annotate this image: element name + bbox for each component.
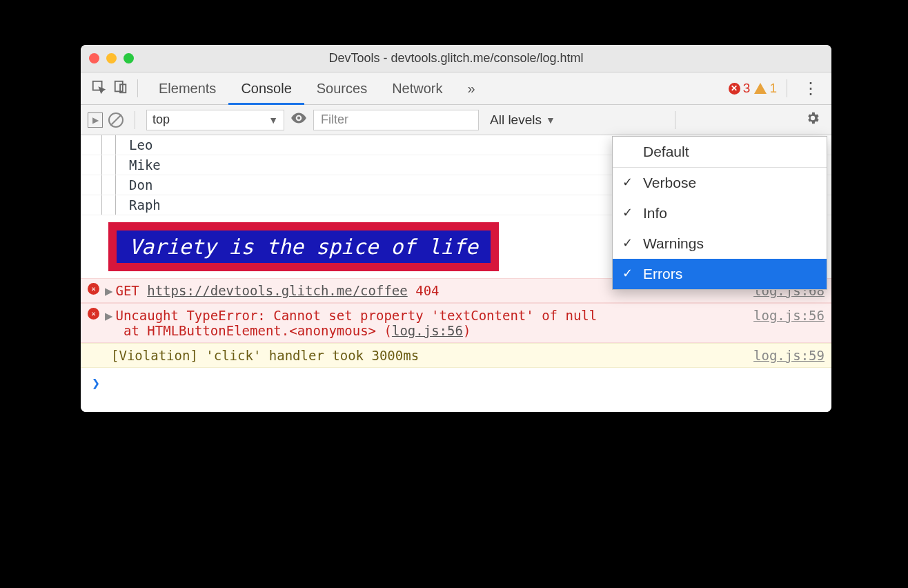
separator [137, 79, 138, 97]
show-console-sidebar-icon[interactable]: ▶ [88, 112, 103, 128]
levels-menu-info[interactable]: ✓ Info [613, 198, 827, 228]
panel-tabs: Elements Console Sources Network » [146, 72, 488, 105]
disclosure-triangle-icon[interactable]: ▶ [105, 308, 112, 323]
error-icon: ✕ [88, 308, 99, 320]
levels-label: All levels [490, 112, 542, 128]
log-levels-dropdown[interactable]: All levels ▼ [490, 112, 555, 128]
stack-trace: at HTMLButtonElement.<anonymous> (log.js… [88, 323, 825, 338]
levels-menu-default[interactable]: Default [613, 137, 827, 168]
close-window-button[interactable] [89, 53, 99, 63]
chevron-down-icon: ▼ [268, 115, 278, 126]
styled-log-outer: Variety is the spice of life [108, 222, 499, 271]
error-message: Uncaught TypeError: Cannot set property … [115, 308, 753, 323]
violation-row: [Violation] 'click' handler took 3000ms … [81, 343, 831, 368]
execution-context-select[interactable]: top ▼ [146, 110, 284, 130]
titlebar: DevTools - devtools.glitch.me/console/lo… [81, 45, 831, 72]
window-title: DevTools - devtools.glitch.me/console/lo… [81, 51, 831, 66]
separator [135, 111, 135, 129]
tab-sources[interactable]: Sources [304, 72, 379, 105]
devtools-window: DevTools - devtools.glitch.me/console/lo… [81, 45, 831, 412]
separator [675, 111, 675, 129]
filter-input[interactable] [313, 110, 479, 130]
tab-console[interactable]: Console [228, 72, 304, 105]
window-controls [89, 53, 134, 63]
tab-network[interactable]: Network [379, 72, 455, 105]
tab-elements[interactable]: Elements [146, 72, 228, 105]
error-count-badge[interactable]: ✕ 3 [729, 81, 751, 96]
error-icon: ✕ [88, 283, 99, 295]
warning-count: 1 [769, 81, 777, 96]
stack-source-link[interactable]: log.js:56 [392, 323, 463, 338]
violation-text: [Violation] 'click' handler took 3000ms [111, 348, 419, 363]
console-settings-icon[interactable] [801, 110, 825, 130]
svg-point-3 [297, 117, 300, 119]
check-icon: ✓ [622, 235, 633, 251]
kebab-menu-icon[interactable]: ⋮ [797, 79, 825, 98]
context-value: top [152, 112, 170, 127]
separator [787, 79, 787, 97]
warning-count-badge[interactable]: 1 [754, 81, 777, 96]
main-tabbar: Elements Console Sources Network » ✕ 3 1… [81, 72, 831, 105]
check-icon: ✓ [622, 266, 633, 281]
error-row: ✕ ▶ Uncaught TypeError: Cannot set prope… [81, 303, 831, 343]
svg-rect-1 [115, 81, 123, 91]
source-link[interactable]: log.js:56 [753, 308, 825, 323]
levels-menu-warnings[interactable]: ✓ Warnings [613, 228, 827, 259]
minimize-window-button[interactable] [106, 53, 117, 63]
log-levels-menu: Default ✓ Verbose ✓ Info ✓ Warnings ✓ Er… [612, 136, 827, 290]
console-prompt[interactable]: ❯ [81, 368, 831, 398]
more-tabs-button[interactable]: » [455, 72, 488, 105]
styled-log-text: Variety is the spice of life [117, 231, 491, 263]
console-toolbar: ▶ top ▼ All levels ▼ [81, 105, 831, 135]
check-icon: ✓ [622, 205, 633, 220]
source-link[interactable]: log.js:59 [753, 348, 825, 363]
zoom-window-button[interactable] [124, 53, 134, 63]
levels-menu-errors[interactable]: ✓ Errors [613, 259, 827, 289]
warning-icon [754, 83, 767, 94]
clear-console-icon[interactable] [108, 112, 124, 128]
live-expression-icon[interactable] [290, 109, 308, 130]
levels-menu-verbose[interactable]: ✓ Verbose [613, 168, 827, 198]
inspect-element-icon[interactable] [88, 79, 110, 98]
check-icon: ✓ [622, 175, 633, 190]
error-url-link[interactable]: https://devtools.glitch.me/coffee [147, 283, 408, 298]
disclosure-triangle-icon[interactable]: ▶ [105, 283, 112, 298]
chevron-down-icon: ▼ [546, 115, 555, 126]
error-icon: ✕ [729, 83, 740, 95]
error-count: 3 [743, 81, 751, 96]
device-toolbar-icon[interactable] [110, 79, 132, 98]
